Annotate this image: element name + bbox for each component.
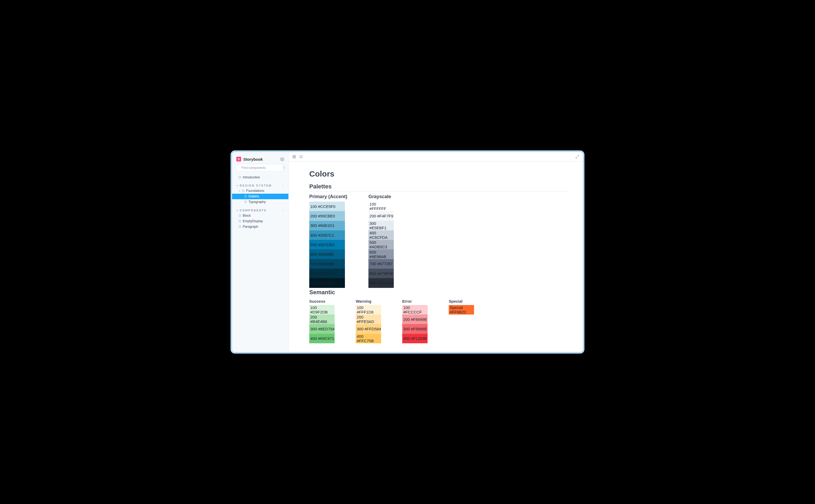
document-icon [239, 220, 241, 222]
nav-group-label: Design System [240, 184, 272, 187]
color-swatch: 900 #2A303A [368, 278, 394, 288]
swatch-list: 100 #FFFFFF200 #F4F7F9300 #E5EBF1400 #C6… [368, 202, 394, 288]
svg-line-8 [577, 155, 578, 156]
document-icon [239, 225, 241, 228]
swatch-list: 100 #FFF1D6200 #FFE3AD300 #FFD584400 #FF… [356, 305, 381, 343]
storybook-app: S Storybook / Introduction [232, 152, 583, 352]
color-swatch: 400 #3397C1 [309, 230, 345, 240]
nav-item-introduction[interactable]: Introduction [232, 174, 288, 180]
fullscreen-icon[interactable] [575, 155, 579, 159]
search-shortcut-key: / [283, 166, 285, 170]
color-swatch: 500 #ADB5C3 [368, 240, 394, 249]
semantic-heading: Semantic [309, 289, 568, 297]
palette-primary: Primary (Accent) 100 #CCE5F0200 #99CBE03… [309, 194, 347, 288]
caret-down-icon [237, 210, 238, 211]
color-swatch: 400 #C6CFDA [368, 230, 394, 240]
color-swatch: 600 #8E98AB [368, 249, 394, 259]
nav-group-components[interactable]: Components [232, 207, 288, 213]
color-swatch: 700 #004B6B [309, 259, 345, 269]
brand-name: Storybook [243, 157, 263, 161]
palette-error: Error 100 #FCCCCF200 #F8999E300 #F5666E4… [402, 299, 428, 343]
palette-title: Warning [356, 299, 381, 303]
palettes-row: Primary (Accent) 100 #CCE5F0200 #99CBE03… [309, 194, 568, 288]
swatch-list: Special #FF6B2C [449, 305, 474, 315]
nav-item-emptydisplay[interactable]: EmptyDisplay [232, 218, 288, 224]
palette-grayscale: Grayscale 100 #FFFFFF200 #F4F7F9300 #E5E… [368, 194, 394, 288]
color-swatch: 900 #001924 [309, 278, 345, 288]
nav-item-paragraph[interactable]: Paragraph [232, 224, 288, 229]
document-icon [244, 195, 247, 198]
docs-content: Colors Palettes Primary (Accent) 100 #CC… [289, 161, 583, 352]
sidebar: S Storybook / Introduction [232, 152, 289, 352]
color-swatch: 400 #69C971 [309, 334, 335, 343]
palette-title: Primary (Accent) [309, 194, 347, 199]
svg-rect-6 [295, 157, 296, 158]
svg-rect-4 [295, 155, 296, 156]
color-swatch: 400 #F1333E [402, 334, 428, 343]
palette-title: Success [309, 299, 335, 303]
page-title: Colors [309, 169, 568, 178]
semantic-row: Success 100 #D9F2DB200 #B4E4B8300 #8ED79… [309, 299, 568, 343]
sidebar-header: S Storybook [232, 155, 288, 164]
color-swatch: 100 #FCCCCF [402, 305, 428, 315]
nav-label: Introduction [243, 175, 260, 179]
color-swatch: 100 #D9F2DB [309, 305, 335, 315]
color-swatch: 800 #003247 [309, 269, 345, 278]
toolbar [289, 152, 583, 161]
sort-icon [282, 184, 284, 187]
color-swatch: 200 #FFE3AD [356, 315, 381, 324]
nav-item-colors[interactable]: Colors [232, 194, 288, 199]
nav-label: Foundations [246, 189, 264, 193]
browser-window: S Storybook / Introduction [231, 150, 584, 354]
frame-icon[interactable] [299, 155, 303, 159]
caret-down-icon [239, 190, 240, 192]
color-swatch: 100 #FFFFFF [368, 202, 394, 211]
palette-title: Special [449, 299, 474, 303]
document-icon [239, 176, 241, 179]
palette-title: Error [402, 299, 428, 303]
nav-group-design-system[interactable]: Design System [232, 182, 288, 188]
search-input[interactable]: / [236, 164, 285, 171]
color-swatch: 200 #F4F7F9 [368, 211, 394, 221]
nav-group-label: Components [240, 209, 267, 212]
nav-item-typography[interactable]: Typography [232, 199, 288, 205]
brand[interactable]: S Storybook [237, 157, 263, 161]
sidebar-nav: Introduction Design System Foundations [232, 174, 288, 352]
nav-item-foundations[interactable]: Foundations [232, 188, 288, 194]
color-swatch: 600 #00648E [309, 249, 345, 259]
color-swatch: 800 #474F5E [368, 269, 394, 278]
color-swatch: 400 #FFC75B [356, 334, 381, 343]
palette-success: Success 100 #D9F2DB200 #B4E4B8300 #8ED79… [309, 299, 335, 343]
svg-point-0 [282, 159, 283, 160]
color-swatch: 100 #CCE5F0 [309, 202, 345, 211]
gear-icon[interactable] [280, 157, 284, 161]
nav-label: Colors [249, 194, 259, 198]
color-swatch: Special #FF6B2C [449, 305, 474, 315]
svg-rect-3 [293, 155, 294, 156]
caret-down-icon [237, 185, 238, 187]
color-swatch: 300 #F5666E [402, 324, 428, 334]
nav-label: Paragraph [243, 225, 258, 229]
storybook-logo-icon: S [237, 157, 241, 161]
color-swatch: 300 #8ED794 [309, 324, 335, 334]
palettes-heading: Palettes [309, 183, 568, 192]
document-icon [244, 201, 247, 203]
search-field[interactable] [242, 166, 281, 170]
color-swatch: 500 #007DB2 [309, 240, 345, 249]
palette-special: Special Special #FF6B2C [449, 299, 474, 343]
color-swatch: 700 #677287 [368, 259, 394, 269]
color-swatch: 300 #66B1D1 [309, 221, 345, 230]
nav-label: Typography [249, 200, 266, 204]
folder-icon [242, 189, 245, 192]
color-swatch: 200 #B4E4B8 [309, 315, 335, 324]
svg-line-9 [576, 157, 577, 158]
color-swatch: 200 #F8999E [402, 315, 428, 324]
sort-icon [282, 209, 284, 212]
search-wrapper: / [232, 164, 288, 174]
palette-warning: Warning 100 #FFF1D6200 #FFE3AD300 #FFD58… [356, 299, 381, 343]
color-swatch: 100 #FFF1D6 [356, 305, 381, 315]
grid-view-icon[interactable] [292, 155, 296, 159]
swatch-list: 100 #D9F2DB200 #B4E4B8300 #8ED794400 #69… [309, 305, 335, 343]
nav-item-block[interactable]: Block [232, 213, 288, 218]
document-icon [239, 214, 241, 217]
